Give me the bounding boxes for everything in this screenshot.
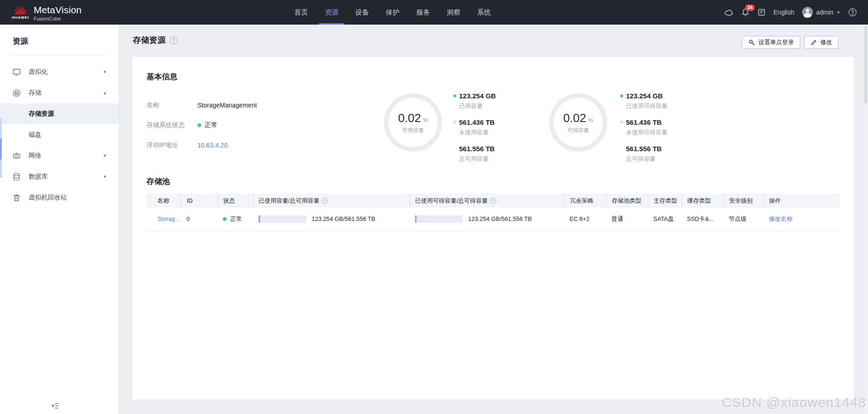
sidebar-item-label: 网络 [29,152,41,160]
pool-name-link[interactable]: Storag... [157,215,180,222]
top-nav: 首页 资源 设备 保护 服务 洞察 系统 [293,0,492,25]
network-icon [12,152,21,160]
sso-button[interactable]: 设置单点登录 [742,36,800,49]
product-subname: FusionCube [34,16,82,21]
chevron-up-icon: ▲ [103,91,107,95]
nav-home[interactable]: 首页 [293,0,309,25]
legend-item-total: 561.556 TB 总可得容量 [620,144,667,163]
cloud-icon[interactable] [724,8,733,16]
watermark: CSDN @xiaowen1448 [722,395,866,410]
used-capacity-progressbar [258,215,306,223]
cache-type-cell: SSD卡&... [681,208,723,230]
active-item-accent [0,138,2,159]
legend-item-used: 123.254 GB 已用容量 [453,92,496,110]
nav-resources[interactable]: 资源 [324,0,339,25]
legend-item-used: 123.254 GB 已使用可得容量 [620,92,667,110]
chevron-down-icon: ▼ [103,70,107,74]
field-value: StorageManagement [197,102,257,109]
task-log-icon[interactable] [757,8,766,16]
gauge-label: 可用容量 [402,127,424,134]
col-usable-capacity[interactable]: 已使用可得容量/总可得容量 ? [409,194,564,208]
table-row: Storag... 0 正常 123.254 GB/561.556 TB [146,208,840,230]
column-help-icon[interactable]: ? [490,198,496,204]
usable-capacity-cell: 123.254 GB/561.556 TB [409,208,564,230]
gauge-unit: % [588,117,594,123]
trash-icon [12,194,21,202]
obtainable-capacity-gauge: 0.02 % 可得容量 [549,93,607,152]
huawei-flower-icon [13,3,28,15]
col-actions: 操作 [763,194,840,208]
legend-item-free: 561.436 TB 未使用容量 [453,118,496,137]
scrollbar-thumb[interactable] [864,26,867,103]
nav-services[interactable]: 服务 [415,0,431,25]
field-system-status: 存储系统状态 正常 [146,120,257,131]
page-help-icon[interactable]: ? [170,36,177,44]
no-dot [453,147,456,150]
sidebar-collapse-icon[interactable] [51,402,59,409]
col-pool-type[interactable]: 存储池类型 [606,194,648,208]
free-dot-icon [620,121,623,124]
scrollbar[interactable] [863,25,868,414]
legend-label: 总可用容量 [459,155,496,163]
language-switch[interactable]: English [773,9,794,16]
username: admin [816,9,833,16]
sidebar-item-label: 存储 [29,89,41,97]
status-badge: 正常 [205,121,217,129]
sidebar-item-storage-resource[interactable]: 存储资源 [0,103,119,124]
field-label: 浮动IP地址 [146,141,197,149]
monitor-icon [12,68,21,77]
col-cache-type[interactable]: 缓存类型 [681,194,723,208]
field-floating-ip: 浮动IP地址 10.63.4.20 [146,140,257,151]
available-capacity-gauge: 0.02 % 可用容量 [384,93,442,152]
sidebar-item-network[interactable]: 网络 ▼ [0,145,119,166]
notification-badge: 34 [745,5,755,11]
legend-label: 总可得容量 [626,155,667,163]
col-used-capacity[interactable]: 已使用容量/总可用容量 ? [253,194,409,208]
legend-value: 561.436 TB [459,118,496,127]
legend-value: 561.556 TB [459,144,496,153]
floating-ip-link[interactable]: 10.63.4.20 [197,142,227,149]
sidebar-item-vm-recycle-bin[interactable]: 虚拟机回收站 [0,187,119,208]
col-name[interactable]: 名称 [146,194,181,208]
notification-bell-icon[interactable]: 34 [741,8,750,17]
nav-protection[interactable]: 保护 [385,0,400,25]
sidebar-item-database[interactable]: 数据库 ▼ [0,166,119,187]
pencil-icon [811,39,817,46]
top-bar: HUAWEI MetaVision FusionCube 首页 资源 设备 保护… [0,0,868,25]
col-id[interactable]: ID [181,194,217,208]
legend-value: 561.436 TB [626,118,667,127]
storage-pool-table: 名称 ID 状态 已使用容量/总可用容量 ? 已使用可得容量/总可得容量 ? 冗… [146,194,840,231]
sidebar-item-label: 数据库 [29,173,48,181]
nav-insight[interactable]: 洞察 [446,0,461,25]
col-redundancy[interactable]: 冗余策略 [564,194,606,208]
col-status[interactable]: 状态 [217,194,253,208]
legend-value: 561.556 TB [626,144,667,153]
sidebar-item-virtualization[interactable]: 虚拟化 ▼ [0,61,119,82]
gauge-percent: 0.02 [563,111,586,125]
legend-item-total: 561.556 TB 总可用容量 [453,144,496,163]
sidebar-title: 资源 [0,25,119,46]
legend-item-free: 561.436 TB 未使用可得容量 [620,118,667,137]
user-menu[interactable]: admin ▼ [802,7,840,18]
used-dot-icon [453,94,456,97]
column-help-icon[interactable]: ? [322,198,328,204]
modify-button[interactable]: 修改 [804,36,838,49]
sidebar-subitem-label: 存储资源 [29,110,54,118]
col-security-level[interactable]: 安全级别 [723,194,763,208]
gauge-unit: % [423,117,429,123]
sidebar-item-label: 虚拟化 [29,68,48,76]
used-capacity-cell: 123.254 GB/561.556 TB [253,208,409,230]
top-right-tools: 34 English admin ▼ [724,0,857,25]
logo-word: HUAWEI [12,15,29,20]
sidebar-item-disk[interactable]: 磁盘 [0,124,119,145]
chevron-down-icon: ▼ [103,174,107,179]
rename-action-link[interactable]: 修改名称 [769,215,792,222]
nav-system[interactable]: 系统 [476,0,492,25]
legend-label: 已用容量 [459,102,496,110]
sidebar-item-storage[interactable]: 存储 ▲ [0,82,119,103]
nav-devices[interactable]: 设备 [354,0,370,25]
avatar [802,7,813,18]
help-icon[interactable] [848,8,857,17]
field-label: 存储系统状态 [146,121,197,129]
col-primary-storage[interactable]: 主存类型 [648,194,681,208]
